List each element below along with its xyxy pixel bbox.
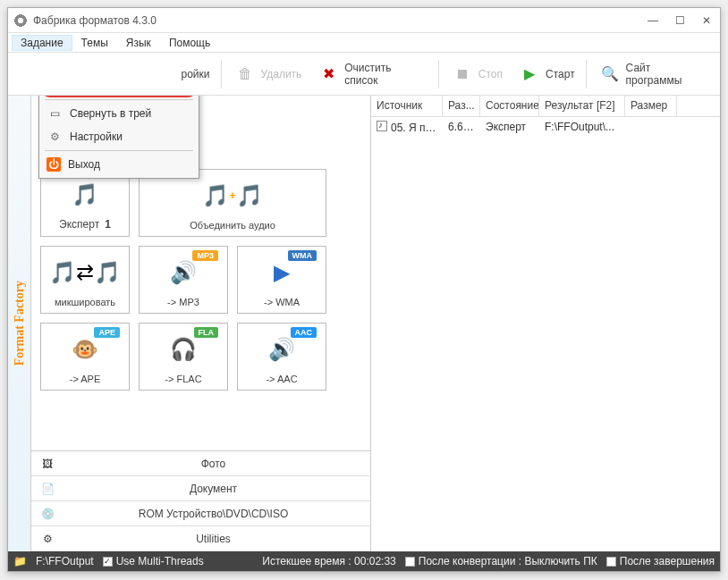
category-rom[interactable]: 💿 ROM Устройство\DVD\CD\ISO: [31, 501, 370, 526]
list-body: 05. Я поз... 6.69M Эксперт F:\FFOutput\.…: [371, 117, 720, 551]
col-state[interactable]: Состояние: [480, 96, 539, 116]
tile-wma[interactable]: WMA ▶ -> WMA: [237, 246, 326, 314]
category-document[interactable]: 📄 Документ: [31, 476, 370, 501]
tile-mix[interactable]: 🎵⇄🎵 микшировать: [40, 246, 130, 314]
dd-minimize-tray[interactable]: ▭ Свернуть в трей: [41, 102, 197, 125]
task-list-panel: Источник Раз... Состояние Результат [F2]…: [371, 96, 720, 551]
col-filesize[interactable]: Размер: [625, 96, 677, 116]
tray-icon: ▭: [47, 105, 63, 122]
power-icon: ⏻: [47, 157, 61, 172]
col-size[interactable]: Раз...: [443, 96, 480, 116]
list-row[interactable]: 05. Я поз... 6.69M Эксперт F:\FFOutput\.…: [371, 117, 720, 137]
folder-icon[interactable]: 📁: [13, 555, 27, 567]
start-icon: ▶: [517, 62, 542, 87]
toolbar-clear-list[interactable]: ✖ Очистить список: [309, 58, 435, 90]
window-title: Фабрика форматов 4.3.0: [33, 14, 645, 27]
cell-filesize: [625, 125, 677, 129]
after-finish-checkbox[interactable]: После завершения: [606, 555, 715, 567]
separator: [438, 60, 439, 88]
fla-badge: FLA: [194, 327, 219, 338]
after-convert-checkbox[interactable]: После конвертации : Выключить ПК: [405, 555, 597, 567]
multi-threads-checkbox[interactable]: ✓ Use Multi-Threads: [103, 555, 204, 567]
audio-file-icon: [377, 121, 387, 131]
menubar: Задание Темы Язык Помощь: [8, 33, 720, 53]
mix-icon: 🎵⇄🎵: [49, 250, 121, 295]
format-tiles: 🎵 Эксперт 1 🎵 + 🎵 Объединить аудио 🎵⇄🎵 м…: [31, 160, 370, 399]
stop-icon: ⏹: [450, 62, 475, 87]
checkbox-checked-icon: ✓: [103, 557, 113, 567]
left-panel: ▸ Начать ■ Закончить Загрузить задание С…: [31, 96, 371, 551]
toolbar: ройки 🗑 Удалить ✖ Очистить список ⏹ Стоп…: [8, 53, 720, 96]
toolbar-start-label: Старт: [546, 68, 575, 80]
cell-size: 6.69M: [443, 119, 480, 135]
toolbar-start[interactable]: ▶ Старт: [510, 58, 582, 90]
separator: [221, 60, 222, 88]
output-folder[interactable]: F:\FFOutput: [36, 555, 94, 567]
statusbar: 📁 F:\FFOutput ✓ Use Multi-Threads Истекш…: [8, 551, 720, 571]
checkbox-unchecked-icon: [606, 557, 616, 567]
app-icon: [13, 13, 28, 28]
toolbar-stop-label: Стоп: [478, 68, 503, 80]
dd-settings[interactable]: ⚙ Настройки: [41, 125, 197, 148]
list-header: Источник Раз... Состояние Результат [F2]…: [371, 96, 720, 117]
format-area: ▸ Начать ■ Закончить Загрузить задание С…: [31, 96, 370, 450]
tile-flac[interactable]: FLA 🎧 -> FLAC: [139, 323, 228, 391]
headphones-icon: 🎧: [170, 327, 197, 372]
menu-task[interactable]: Задание: [12, 35, 72, 51]
category-photo[interactable]: 🖼 Фото: [31, 451, 370, 476]
maximize-button[interactable]: ☐: [672, 13, 688, 28]
separator: [45, 150, 193, 151]
tile-mp3[interactable]: MP3 🔊 -> MP3: [139, 246, 228, 314]
brand-sidebar: Format Factory: [8, 96, 31, 551]
join-icon: 🎵 + 🎵: [202, 173, 262, 218]
app-window: Фабрика форматов 4.3.0 — ☐ ✕ Задание Тем…: [7, 7, 721, 572]
tile-expert[interactable]: 🎵 Эксперт 1: [40, 169, 130, 237]
category-utilities[interactable]: ⚙ Utilities: [31, 526, 370, 551]
clear-icon: ✖: [316, 62, 341, 87]
col-result[interactable]: Результат [F2]: [539, 96, 625, 116]
tile-aac[interactable]: AAC 🔊 -> AAC: [237, 323, 326, 391]
globe-icon: 🔍: [597, 62, 622, 87]
elapsed-time: Истекшее время : 00:02:33: [213, 555, 396, 567]
utilities-icon: ⚙: [38, 530, 56, 548]
tile-ape[interactable]: APE 🐵 -> APE: [40, 323, 130, 391]
menu-help[interactable]: Помощь: [160, 35, 219, 51]
col-source[interactable]: Источник: [371, 96, 443, 116]
toolbar-delete-label: Удалить: [261, 68, 302, 80]
cell-source: 05. Я поз...: [371, 119, 443, 136]
toolbar-delete[interactable]: 🗑 Удалить: [225, 58, 309, 90]
checkbox-unchecked-icon: [405, 557, 415, 567]
mp3-badge: MP3: [192, 250, 218, 261]
toolbar-settings[interactable]: ройки: [174, 64, 217, 84]
toolbar-stop[interactable]: ⏹ Стоп: [443, 58, 510, 90]
disc-icon: 💿: [38, 505, 56, 523]
brand-text: Format Factory: [13, 281, 27, 366]
gear-icon: ⚙: [47, 129, 63, 145]
window-controls: — ☐ ✕: [645, 13, 715, 28]
cell-result: F:\FFOutput\...: [539, 119, 625, 135]
photo-icon: 🖼: [38, 455, 56, 473]
menu-themes[interactable]: Темы: [72, 35, 117, 51]
toolbar-clear-list-label: Очистить список: [344, 62, 427, 87]
cell-state: Эксперт: [480, 119, 539, 135]
toolbar-website-label: Сайт программы: [626, 62, 709, 87]
menu-language[interactable]: Язык: [117, 35, 160, 51]
document-icon: 📄: [38, 480, 56, 498]
tile-join-audio[interactable]: 🎵 + 🎵 Объединить аудио: [139, 169, 326, 237]
wma-badge: WMA: [288, 250, 317, 261]
minimize-button[interactable]: —: [645, 13, 661, 28]
aac-badge: AAC: [291, 327, 317, 338]
expert-icon: 🎵: [72, 173, 98, 216]
ape-badge: APE: [94, 327, 120, 338]
dd-exit[interactable]: ⏻ Выход: [41, 153, 197, 176]
separator: [45, 99, 193, 100]
highlight-annotation: Загрузить задание Сохранить задание: [41, 96, 197, 97]
categories: 🖼 Фото 📄 Документ 💿 ROM Устройство\DVD\C…: [31, 450, 370, 551]
close-button[interactable]: ✕: [698, 13, 715, 28]
delete-icon: 🗑: [233, 62, 258, 87]
toolbar-settings-label: ройки: [182, 68, 210, 80]
separator: [586, 60, 587, 88]
content-area: Format Factory ▸ Начать ■ Закончить: [8, 96, 720, 551]
titlebar: Фабрика форматов 4.3.0 — ☐ ✕: [8, 8, 720, 33]
toolbar-website[interactable]: 🔍 Сайт программы: [590, 58, 716, 90]
